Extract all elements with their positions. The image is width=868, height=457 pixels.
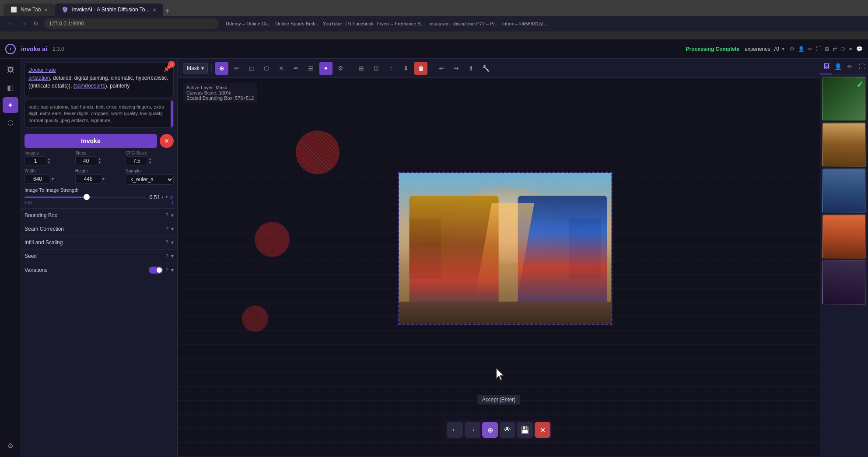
undo-button[interactable]: ↩: [435, 62, 448, 75]
gallery-item-3[interactable]: [822, 169, 866, 213]
variations-chevron-icon[interactable]: ▾: [171, 267, 174, 273]
user-icon[interactable]: 👤: [798, 46, 805, 52]
github-icon[interactable]: ⚭: [848, 46, 853, 52]
crop-tool-button[interactable]: ⊡: [370, 62, 383, 75]
sidebar-icon-nodes[interactable]: ⬡: [3, 115, 18, 130]
bookmark-4[interactable]: (7) Facebook: [345, 21, 374, 26]
eyedropper-tool-button[interactable]: ✒: [290, 62, 303, 75]
url-box[interactable]: 127.0.0.1:9090: [44, 18, 219, 29]
nodes-icon[interactable]: ⬡: [840, 46, 845, 52]
view-button[interactable]: 👁: [500, 422, 515, 438]
bucket-tool-button[interactable]: ⬡: [260, 62, 273, 75]
infill-chevron-icon[interactable]: ▾: [171, 239, 174, 246]
delete-tool-button[interactable]: 🗑: [414, 62, 427, 75]
move-tool-button[interactable]: ⊕: [215, 62, 228, 75]
next-button[interactable]: →: [465, 422, 480, 438]
bookmark-3[interactable]: YouTube: [323, 21, 342, 26]
gallery-tab[interactable]: 🖼: [820, 59, 832, 74]
prev-button[interactable]: ←: [447, 422, 463, 438]
experience-dropdown[interactable]: experience_70 ▾: [745, 46, 784, 52]
invoke-cancel-button[interactable]: ✕: [160, 134, 174, 148]
settings-tool-button[interactable]: ⚙: [334, 62, 347, 75]
sidebar-icon-canvas[interactable]: ✦: [3, 97, 18, 113]
width-input[interactable]: [24, 174, 51, 184]
cfg-down[interactable]: ▼: [148, 161, 152, 165]
steps-down[interactable]: ▼: [98, 161, 102, 165]
width-dropdown[interactable]: ▾: [52, 177, 54, 181]
cfg-input[interactable]: [126, 156, 147, 166]
sidebar-icon-settings[interactable]: ⚙: [3, 438, 18, 453]
merge-tool-button[interactable]: ⊞: [355, 62, 368, 75]
seed-help-icon[interactable]: ?: [165, 253, 168, 259]
tab-new[interactable]: ⬜ New Tab ✕: [4, 4, 55, 16]
back-button[interactable]: ←: [5, 19, 15, 28]
download-tool-button[interactable]: ⬇: [399, 62, 413, 75]
variations-header[interactable]: Variations ? ▾: [24, 267, 174, 274]
upload-button[interactable]: ⬆: [465, 62, 478, 75]
seed-header[interactable]: Seed ? ▾: [24, 253, 174, 259]
tab-invoke[interactable]: 🔮 InvokeAI - A Stable Diffusion To... ✕: [55, 4, 163, 16]
list-tool-button[interactable]: ☰: [304, 62, 318, 75]
close-tool-button[interactable]: ✕: [275, 62, 288, 75]
brush-icon[interactable]: ✏: [808, 46, 812, 52]
invoke-button[interactable]: Invoke: [24, 134, 157, 148]
forward-button[interactable]: →: [18, 19, 28, 28]
positive-prompt-box[interactable]: 📌 Doctor Fate artstation, detailed, digi…: [24, 62, 174, 97]
brush-tab[interactable]: ✏: [844, 59, 856, 74]
steps-input[interactable]: [75, 156, 97, 166]
grid-icon[interactable]: ⊞: [825, 46, 829, 52]
variations-help-icon[interactable]: ?: [165, 267, 168, 273]
height-input[interactable]: [75, 174, 102, 184]
height-dropdown[interactable]: ▾: [102, 177, 105, 181]
bounding-box-help-icon[interactable]: ?: [165, 212, 168, 218]
expand-icon[interactable]: ⛶: [816, 46, 821, 52]
seed-chevron-icon[interactable]: ▾: [171, 253, 174, 259]
crosshair-tool-button[interactable]: ✦: [319, 62, 332, 75]
mask-dropdown[interactable]: Mask ▾: [183, 63, 208, 74]
sidebar-icon-layers[interactable]: ◧: [3, 80, 18, 95]
move2-tool-button[interactable]: ↕: [385, 62, 398, 75]
brush-tool-button[interactable]: ✏: [230, 62, 243, 75]
bookmark-8[interactable]: Inbox – klk56831@...: [502, 21, 548, 26]
bounding-box-header[interactable]: Bounding Box ? ▾: [24, 212, 174, 218]
discord-icon[interactable]: 💬: [856, 46, 863, 52]
tab-close-invoke[interactable]: ✕: [153, 7, 156, 12]
accept-button[interactable]: ⊕: [482, 422, 498, 438]
refresh-button[interactable]: ↻: [32, 19, 40, 28]
bookmark-5[interactable]: Fiverr – Freelance S...: [377, 21, 425, 26]
bounding-box-chevron-icon[interactable]: ▾: [171, 212, 174, 218]
gallery-item-4[interactable]: [822, 214, 866, 259]
gallery-item-5[interactable]: [822, 260, 866, 305]
seam-correction-header[interactable]: Seam Correction ? ▾: [24, 226, 174, 232]
strength-slider-track[interactable]: [24, 197, 146, 198]
images-down[interactable]: ▼: [47, 161, 51, 165]
seam-help-icon[interactable]: ?: [165, 226, 168, 232]
eraser-tool-button[interactable]: ◻: [245, 62, 258, 75]
save-button[interactable]: 💾: [517, 422, 533, 438]
gallery-item-2[interactable]: [822, 123, 866, 167]
seam-chevron-icon[interactable]: ▾: [171, 226, 174, 232]
new-tab-button[interactable]: +: [165, 7, 170, 16]
settings-icon[interactable]: ⚙: [790, 46, 794, 52]
bookmark-6[interactable]: Instagram: [428, 21, 450, 26]
canvas-viewport[interactable]: Active Layer: Mask Canvas Scale: 100% Sc…: [178, 78, 820, 457]
bookmark-2[interactable]: Online Sports Betti...: [275, 21, 319, 26]
swap-icon[interactable]: ⇄: [833, 46, 837, 52]
reset-strength-icon[interactable]: ↺: [169, 194, 174, 200]
strength-down[interactable]: ▼: [165, 196, 168, 199]
bookmark-1[interactable]: Udemy – Online Co...: [226, 21, 272, 26]
infill-help-icon[interactable]: ?: [165, 239, 168, 246]
discard-button[interactable]: ✕: [535, 422, 550, 438]
images-input[interactable]: [24, 156, 46, 166]
expand-tab[interactable]: ⛶: [856, 59, 868, 74]
sampler-select[interactable]: k_euler_a: [126, 174, 174, 185]
strength-slider-thumb[interactable]: [84, 194, 90, 200]
tab-close[interactable]: ✕: [44, 7, 48, 12]
wrench-button[interactable]: 🔧: [480, 62, 493, 75]
infill-scaling-header[interactable]: Infill and Scaling ? ▾: [24, 239, 174, 246]
bookmark-7[interactable]: discipleneil777 – Pr...: [453, 21, 499, 26]
sidebar-icon-image[interactable]: 🖼: [3, 62, 18, 78]
redo-button[interactable]: ↪: [450, 62, 463, 75]
gallery-item-1[interactable]: ✓: [822, 77, 866, 121]
variations-toggle[interactable]: [149, 267, 163, 274]
